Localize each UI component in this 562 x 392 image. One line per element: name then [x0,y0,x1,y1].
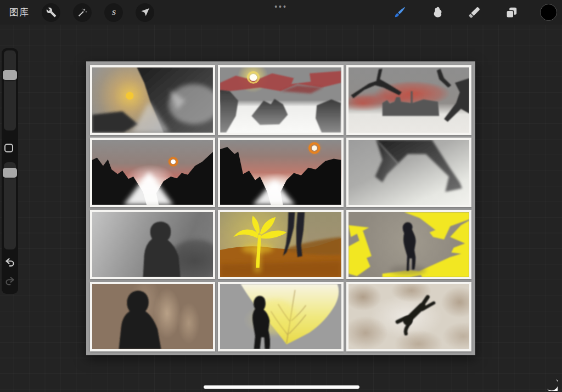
layers-icon [504,5,519,20]
storyboard-panel-5 [218,138,343,207]
actions-button[interactable] [42,3,60,22]
redo-icon [3,274,16,287]
eraser-icon [467,5,481,20]
storyboard-panel-8 [218,210,343,280]
storyboard-panel-4 [90,138,215,207]
storyboard-panel-9 [346,210,471,280]
storyboard-panel-10 [90,282,215,351]
s-ribbon-icon: S [109,7,119,18]
color-swatch-button[interactable] [540,4,557,21]
storyboard-panel-2 [218,65,343,135]
storyboard-panel-3 [346,65,471,135]
paint-tool-button[interactable] [391,4,408,21]
adjustments-button[interactable] [73,3,92,22]
storyboard-panel-12 [346,282,471,351]
gallery-button[interactable]: 图库 [9,6,29,19]
storyboard-panel-7 [90,210,215,280]
drawing-canvas[interactable] [86,61,475,355]
storyboard-panel-6 [346,138,471,207]
storyboard-panel-1 [90,65,215,135]
wrench-icon [46,7,57,18]
layers-button[interactable] [503,4,520,21]
transform-button[interactable] [136,3,154,22]
brush-size-handle[interactable] [3,70,17,80]
top-toolbar: 图库 S ••• [0,0,562,25]
procreate-canvas-screen: 图库 S ••• [0,0,562,392]
arrow-cursor-icon [140,7,150,18]
undo-icon [3,255,16,269]
selection-button[interactable]: S [104,3,123,22]
undo-button[interactable] [3,255,16,269]
storyboard-panel-11 [218,282,343,351]
modify-button[interactable] [4,144,13,152]
svg-text:S: S [111,8,115,16]
magic-wand-icon [77,7,88,18]
smudge-tool-button[interactable] [428,4,446,21]
brush-size-slider[interactable] [4,50,16,130]
smudge-icon [430,5,444,20]
redo-button[interactable] [3,274,16,287]
moon-crescent-icon [544,378,558,391]
toolbar-left-group: 图库 S [0,3,154,22]
eraser-tool-button[interactable] [465,4,483,21]
brush-sidebar [2,48,18,294]
home-indicator[interactable] [204,385,359,389]
toolbar-right-group [391,0,557,25]
opacity-handle[interactable] [3,168,17,178]
brush-icon [392,5,407,20]
